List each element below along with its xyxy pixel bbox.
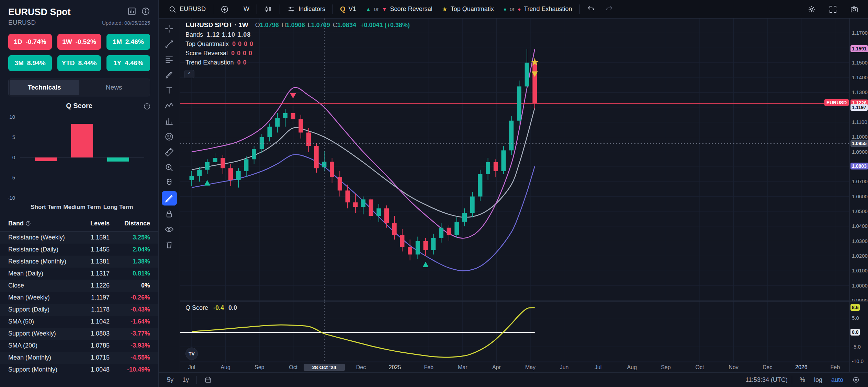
crosshair-tool[interactable] <box>162 21 177 36</box>
emoji-tool[interactable] <box>162 129 177 144</box>
settings-button[interactable] <box>803 3 820 16</box>
text-tool[interactable] <box>162 83 177 97</box>
candlestick-icon <box>264 5 272 13</box>
price-axis-badge: 1.1197 <box>850 104 868 111</box>
table-row: Resistance (Weekly)1.15913.25% <box>0 232 158 244</box>
percent-scale-button[interactable]: % <box>796 375 809 385</box>
time-axis-label: 2025 <box>380 364 410 371</box>
tab-technicals[interactable]: Technicals <box>10 80 79 95</box>
price-axis-label: 1.1400 <box>852 74 868 80</box>
price-axis-label: 1.0500 <box>852 208 868 214</box>
delete-drawings-tool[interactable] <box>162 237 177 252</box>
v1-strategy-button[interactable]: Q V1 <box>336 3 360 15</box>
info-icon[interactable] <box>143 103 151 112</box>
indicators-button[interactable]: Indicators <box>283 3 329 16</box>
qscore-axis-label: 5.0 <box>852 315 859 321</box>
symbol-search[interactable]: EURUSD <box>164 3 210 16</box>
badge-value: 8.44% <box>78 59 97 67</box>
bottom-toolbar: 5y 1y 11:53:34 (UTC) % log auto <box>159 372 868 387</box>
symbol-subtitle: EURUSD <box>8 19 36 26</box>
svg-text:-10: -10 <box>8 195 15 201</box>
clock[interactable]: 11:53:34 (UTC) <box>745 376 788 384</box>
interval-button[interactable]: W <box>239 3 253 15</box>
band-table-header: Band Levels Distance <box>0 216 158 232</box>
measure-tool[interactable] <box>162 145 177 159</box>
trend-exhaustion-button[interactable]: ● or ● Trend Exhaustion <box>499 3 576 15</box>
badge-value: 4.46% <box>125 59 143 67</box>
magnet-tool[interactable] <box>162 176 177 190</box>
tradingview-logo[interactable]: TV <box>185 348 198 360</box>
goto-date-button[interactable] <box>201 374 215 385</box>
tab-news[interactable]: News <box>79 80 149 95</box>
add-symbol-button[interactable] <box>216 3 233 16</box>
fullscreen-icon <box>829 5 837 13</box>
price-axis[interactable]: 1.17001.16001.15001.14001.13001.11001.10… <box>849 19 868 301</box>
triangle-down-icon: ▼ <box>382 6 387 12</box>
search-icon <box>168 5 177 13</box>
lock-drawings-tool[interactable] <box>162 207 177 221</box>
legend-title[interactable]: EURUSD SPOT · 1W <box>185 21 248 29</box>
table-row: SMA (200)1.0785-3.93% <box>0 340 158 352</box>
band-level: 1.1591 <box>72 234 110 241</box>
time-axis-label: Jul <box>180 364 207 371</box>
price-axis-badge: 1.1591 <box>850 45 868 52</box>
qscore-bar-chart: 1050-5-10Short TermMedium TermLong Term <box>5 112 149 212</box>
legend-row-top-quantmatix[interactable]: Top Quantmatix0 0 0 0 <box>185 40 410 47</box>
qscore-canvas[interactable] <box>180 302 849 363</box>
fullscreen-button[interactable] <box>825 3 841 16</box>
band-name: Resistance (Daily) <box>8 246 72 253</box>
auto-scale-button[interactable]: auto <box>828 375 847 385</box>
target-icon <box>852 376 860 384</box>
undo-button[interactable] <box>583 3 599 16</box>
band-table: Band Levels Distance Resistance (Weekly)… <box>0 216 158 376</box>
performance-badge-1m: 1M2.46% <box>106 34 150 50</box>
qscore-axis[interactable]: 5.0-5.0-10.08.60.0 <box>849 302 868 363</box>
chart-style-button[interactable] <box>260 3 277 16</box>
screenshot-button[interactable] <box>846 3 863 16</box>
range-1y-button[interactable]: 1y <box>179 375 192 385</box>
qscore-pane[interactable]: Q Score -0.4 0.0 TV <box>180 302 849 363</box>
trendline-tool[interactable] <box>162 37 177 51</box>
redo-button[interactable] <box>601 3 617 16</box>
symbol-label: EURUSD <box>180 5 206 13</box>
pattern-tool[interactable] <box>162 98 177 113</box>
chart-panel-icon[interactable] <box>127 7 136 17</box>
axis-settings-button[interactable] <box>849 374 863 385</box>
band-distance: -3.77% <box>110 330 150 337</box>
score-reversal-button[interactable]: ▲ or ▼ Score Reversal <box>362 3 437 15</box>
table-row: Mean (Daily)1.13170.81% <box>0 268 158 280</box>
time-axis-label: 2026 <box>786 364 817 371</box>
brush-tool[interactable] <box>162 68 177 82</box>
zoom-in-tool[interactable] <box>162 160 177 175</box>
range-5y-button[interactable]: 5y <box>164 375 177 385</box>
legend-collapse-button[interactable]: ^ <box>184 70 194 78</box>
time-axis-label: Dec <box>752 364 783 371</box>
table-row: Mean (Weekly)1.1197-0.26% <box>0 292 158 304</box>
chart-toolbar: EURUSD W Indicators Q <box>159 0 868 19</box>
time-axis[interactable]: JulAugSepOctDec2025FebMarAprMayJunJulAug… <box>180 363 849 372</box>
table-row: Support (Weekly)1.0803-3.77% <box>0 328 158 340</box>
band-name: Resistance (Monthly) <box>8 258 72 265</box>
legend-row-score-reversal[interactable]: Score Reversal0 0 0 0 <box>185 50 410 57</box>
page-title: EURUSD Spot <box>8 7 71 17</box>
time-axis-label: Oct <box>684 364 715 371</box>
draw-mode-tool[interactable] <box>162 191 177 206</box>
forecast-tool[interactable] <box>162 114 177 128</box>
legend-row-trend-exhaustion[interactable]: Trend Exhaustion0 0 <box>185 59 410 66</box>
svg-text:Long Term: Long Term <box>103 204 133 210</box>
top-quantmatix-button[interactable]: ★ Top Quantmatix <box>438 3 498 15</box>
log-scale-button[interactable]: log <box>811 375 826 385</box>
hide-drawings-tool[interactable] <box>162 222 177 236</box>
qscore-legend-value2: 0.0 <box>228 304 237 311</box>
band-level: 1.1455 <box>72 246 110 253</box>
band-distance: 0.81% <box>110 270 150 277</box>
qscore-legend[interactable]: Q Score -0.4 0.0 <box>185 304 237 312</box>
performance-badge-1w: 1W-0.52% <box>57 34 101 50</box>
info-icon[interactable] <box>141 7 150 17</box>
dot-red-icon: ● <box>518 6 521 12</box>
legend-row-bands[interactable]: Bands1.12 1.10 1.08 <box>185 31 410 38</box>
price-pane[interactable]: ★ EURUSD SPOT · 1W O1.0796H1.0906L1.0769… <box>180 19 849 301</box>
fib-retracement-tool[interactable] <box>162 52 177 67</box>
price-axis-label: 1.1300 <box>852 89 868 95</box>
table-row: SMA (50)1.1042-1.64% <box>0 316 158 328</box>
